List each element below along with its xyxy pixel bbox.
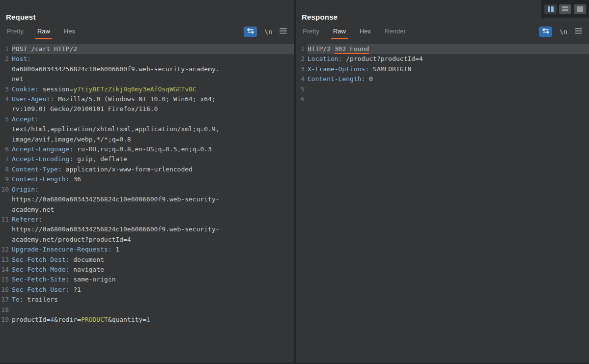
code-text: POST /cart HTTP/2 xyxy=(12,44,294,54)
code-text xyxy=(308,84,589,94)
editor-line[interactable]: 7Accept-Encoding: gzip, deflate xyxy=(0,154,294,164)
code-text: Cookie: session=y7tiyBETzZikjBq6my3eAfOs… xyxy=(12,84,294,94)
line-number: 3 xyxy=(296,64,308,74)
editor-line[interactable]: 5 xyxy=(296,84,589,94)
code-text: Referer: xyxy=(12,215,294,224)
code-text xyxy=(12,305,294,315)
line-number: 18 xyxy=(0,305,12,315)
newline-icon: \n xyxy=(560,28,567,35)
editor-line[interactable]: 2Host: xyxy=(0,54,294,64)
editor-line[interactable]: 12Upgrade-Insecure-Requests: 1 xyxy=(0,245,294,254)
line-number: 13 xyxy=(0,255,12,265)
code-text: Host: xyxy=(12,54,294,64)
editor-line[interactable]: 4User-Agent: Mozilla/5.0 (Windows NT 10.… xyxy=(0,94,294,104)
editor-line[interactable]: 11Referer: xyxy=(0,215,294,224)
response-editor[interactable]: 1HTTP/2 302 Found2Location: /product?pro… xyxy=(296,44,589,363)
request-tab-pretty[interactable]: Pretty xyxy=(7,28,24,35)
line-number: 5 xyxy=(296,84,308,94)
response-exchange-arrows-button[interactable] xyxy=(539,27,552,37)
line-number: 8 xyxy=(0,165,12,174)
request-exchange-arrows-button[interactable] xyxy=(244,27,257,37)
editor-line[interactable]: 6Accept-Language: ru-RU,ru;q=0.8,en-US;q… xyxy=(0,144,294,154)
editor-line[interactable]: academy.net xyxy=(0,205,294,215)
layout-columns-button[interactable] xyxy=(544,4,557,14)
code-text: Content-Length: 36 xyxy=(12,174,294,184)
line-number: 10 xyxy=(0,185,12,195)
editor-line[interactable]: 15Sec-Fetch-Site: same-origin xyxy=(0,275,294,284)
editor-line[interactable]: 8Content-Type: application/x-www-form-ur… xyxy=(0,165,294,174)
response-newline-toggle-button[interactable]: \n xyxy=(560,28,567,35)
editor-line[interactable]: 3X-Frame-Options: SAMEORIGIN xyxy=(296,64,589,74)
request-editor[interactable]: 1POST /cart HTTP/22Host:0a6800a603434256… xyxy=(0,44,294,363)
response-tab-raw[interactable]: Raw xyxy=(333,28,346,35)
line-number: 11 xyxy=(0,215,12,224)
response-tab-render[interactable]: Render xyxy=(385,28,406,35)
line-number xyxy=(0,104,12,114)
editor-line-selected[interactable]: 1HTTP/2 302 Found xyxy=(296,44,589,54)
editor-line[interactable]: 3Cookie: session=y7tiyBETzZikjBq6my3eAfO… xyxy=(0,84,294,94)
line-number xyxy=(0,195,12,204)
line-number xyxy=(0,205,12,215)
code-text: User-Agent: Mozilla/5.0 (Windows NT 10.0… xyxy=(12,94,294,104)
code-text: Accept-Language: ru-RU,ru;q=0.8,en-US;q=… xyxy=(12,144,294,154)
code-text xyxy=(308,94,589,104)
response-tab-row: PrettyRawHexRender \n xyxy=(296,23,589,40)
line-number: 19 xyxy=(0,315,12,325)
layout-single-button[interactable] xyxy=(574,4,586,14)
layout-switcher xyxy=(541,0,589,18)
code-text: productId=4&redir=PRODUCT&quantity=1 xyxy=(12,315,294,325)
editor-line[interactable]: 4Content-Length: 0 xyxy=(296,74,589,84)
line-number: 6 xyxy=(296,94,308,104)
response-menu-button[interactable] xyxy=(575,28,582,35)
editor-line[interactable]: text/html,application/xhtml+xml,applicat… xyxy=(0,124,294,134)
editor-line[interactable]: net xyxy=(0,74,294,84)
request-tab-raw[interactable]: Raw xyxy=(37,28,50,35)
editor-line[interactable]: 18 xyxy=(0,305,294,315)
response-tab-pretty[interactable]: Pretty xyxy=(303,28,319,35)
request-newline-toggle-button[interactable]: \n xyxy=(264,28,272,35)
editor-line[interactable]: 19productId=4&redir=PRODUCT&quantity=1 xyxy=(0,315,294,325)
editor-line[interactable]: 9Content-Length: 36 xyxy=(0,174,294,184)
hamburger-menu-icon xyxy=(280,28,287,35)
code-text: Accept: xyxy=(12,114,294,124)
editor-line[interactable]: 2Location: /product?productId=4 xyxy=(296,54,589,64)
line-number: 1 xyxy=(296,44,308,54)
layout-rows-button[interactable] xyxy=(559,4,571,14)
editor-line[interactable]: 6 xyxy=(296,94,589,104)
code-text: Sec-Fetch-Site: same-origin xyxy=(12,275,294,284)
line-number: 4 xyxy=(296,74,308,84)
line-number: 4 xyxy=(0,94,12,104)
editor-line[interactable]: https://0a6800a603434256824c10e6006600f9… xyxy=(0,224,294,234)
code-text: academy.net xyxy=(12,205,294,215)
code-text: HTTP/2 302 Found xyxy=(308,44,589,54)
request-menu-button[interactable] xyxy=(280,28,287,35)
code-text: Sec-Fetch-Mode: navigate xyxy=(12,265,294,275)
editor-line[interactable]: 10Origin: xyxy=(0,185,294,195)
newline-icon: \n xyxy=(264,28,272,35)
editor-line[interactable]: academy.net/product?productId=4 xyxy=(0,235,294,245)
line-number: 1 xyxy=(0,44,12,54)
layout-rows-icon xyxy=(562,6,568,11)
editor-line[interactable]: 16Sec-Fetch-User: ?1 xyxy=(0,285,294,295)
editor-line-selected[interactable]: 1POST /cart HTTP/2 xyxy=(0,44,294,54)
layout-columns-icon xyxy=(548,6,554,12)
editor-line[interactable]: 0a6800a603434256824c10e6006600f9.web-sec… xyxy=(0,64,294,74)
line-number xyxy=(0,64,12,74)
code-text: Sec-Fetch-Dest: document xyxy=(12,255,294,265)
editor-line[interactable]: rv:109.0) Gecko/20100101 Firefox/116.0 xyxy=(0,104,294,114)
editor-line[interactable]: 17Te: trailers xyxy=(0,295,294,305)
code-text: 0a6800a603434256824c10e6006600f9.web-sec… xyxy=(12,64,294,74)
request-tab-hex[interactable]: Hex xyxy=(64,28,75,35)
response-tab-actions: \n xyxy=(539,27,582,37)
code-text: Te: trailers xyxy=(12,295,294,305)
editor-line[interactable]: 5Accept: xyxy=(0,114,294,124)
editor-line[interactable]: 13Sec-Fetch-Dest: document xyxy=(0,255,294,265)
editor-line[interactable]: 14Sec-Fetch-Mode: navigate xyxy=(0,265,294,275)
line-number: 2 xyxy=(0,54,12,64)
line-number: 17 xyxy=(0,295,12,305)
line-number: 15 xyxy=(0,275,12,284)
editor-line[interactable]: https://0a6800a603434256824c10e6006600f9… xyxy=(0,195,294,204)
editor-line[interactable]: image/avif,image/webp,*/*;q=0.8 xyxy=(0,135,294,144)
code-text: Origin: xyxy=(12,185,294,195)
response-tab-hex[interactable]: Hex xyxy=(360,28,371,35)
